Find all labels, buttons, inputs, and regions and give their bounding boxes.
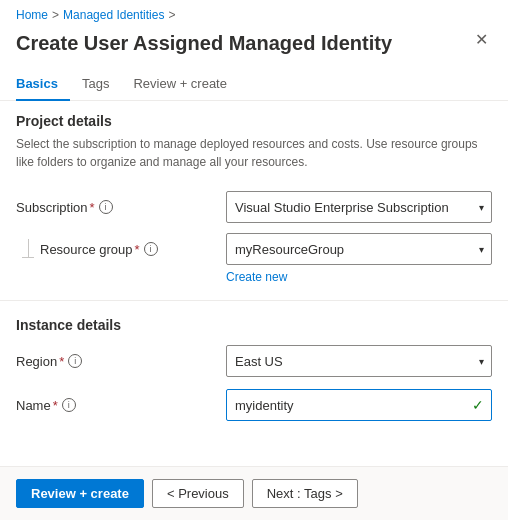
page-title: Create User Assigned Managed Identity — [16, 30, 392, 56]
close-icon: ✕ — [475, 31, 488, 48]
breadcrumb-sep2: > — [168, 8, 175, 22]
subscription-select-wrapper: Visual Studio Enterprise Subscription ▾ — [226, 191, 492, 223]
tab-tags[interactable]: Tags — [70, 68, 121, 101]
region-label-col: Region * i — [16, 354, 226, 369]
previous-button[interactable]: < Previous — [152, 479, 244, 508]
name-input-col: ✓ — [226, 389, 492, 421]
subscription-label-col: Subscription * i — [16, 200, 226, 215]
region-select-wrapper: East US ▾ — [226, 345, 492, 377]
region-input-col: East US ▾ — [226, 345, 492, 377]
create-new-link[interactable]: Create new — [226, 268, 287, 286]
breadcrumb-managed-identities[interactable]: Managed Identities — [63, 8, 164, 22]
page-header: Create User Assigned Managed Identity ✕ — [0, 26, 508, 68]
footer: Review + create < Previous Next : Tags > — [0, 466, 508, 520]
subscription-select[interactable]: Visual Studio Enterprise Subscription — [226, 191, 492, 223]
subscription-info-icon[interactable]: i — [99, 200, 113, 214]
region-row: Region * i East US ▾ — [0, 339, 508, 383]
resource-group-info-icon[interactable]: i — [144, 242, 158, 256]
name-input-wrapper: ✓ — [226, 389, 492, 421]
resource-group-select[interactable]: myResourceGroup — [226, 233, 492, 265]
instance-details-title: Instance details — [0, 317, 508, 333]
resource-group-label: Resource group — [40, 242, 133, 257]
region-select[interactable]: East US — [226, 345, 492, 377]
name-required: * — [53, 398, 58, 413]
subscription-required: * — [90, 200, 95, 215]
resource-group-input-col: myResourceGroup ▾ — [226, 233, 492, 265]
name-check-icon: ✓ — [472, 397, 484, 413]
subscription-input-col: Visual Studio Enterprise Subscription ▾ — [226, 191, 492, 223]
resource-group-required: * — [135, 242, 140, 257]
project-details-desc: Select the subscription to manage deploy… — [0, 135, 508, 171]
next-button[interactable]: Next : Tags > — [252, 479, 358, 508]
name-info-icon[interactable]: i — [62, 398, 76, 412]
breadcrumb-home[interactable]: Home — [16, 8, 48, 22]
breadcrumb: Home > Managed Identities > — [0, 0, 508, 26]
name-label: Name — [16, 398, 51, 413]
review-create-button[interactable]: Review + create — [16, 479, 144, 508]
tab-basics[interactable]: Basics — [16, 68, 70, 101]
region-required: * — [59, 354, 64, 369]
resource-group-label-col: Resource group * i — [40, 242, 226, 257]
region-info-icon[interactable]: i — [68, 354, 82, 368]
breadcrumb-sep1: > — [52, 8, 59, 22]
region-label: Region — [16, 354, 57, 369]
close-button[interactable]: ✕ — [471, 30, 492, 50]
name-label-col: Name * i — [16, 398, 226, 413]
resource-group-select-wrapper: myResourceGroup ▾ — [226, 233, 492, 265]
instance-details-section: Instance details — [0, 309, 508, 333]
subscription-label: Subscription — [16, 200, 88, 215]
tab-bar: Basics Tags Review + create — [0, 68, 508, 101]
section-divider — [0, 300, 508, 301]
tab-review-create[interactable]: Review + create — [121, 68, 239, 101]
project-details-section: Project details Select the subscription … — [0, 113, 508, 171]
subscription-row: Subscription * i Visual Studio Enterpris… — [0, 185, 508, 229]
project-details-title: Project details — [0, 113, 508, 129]
name-input[interactable] — [226, 389, 492, 421]
name-row: Name * i ✓ — [0, 383, 508, 427]
